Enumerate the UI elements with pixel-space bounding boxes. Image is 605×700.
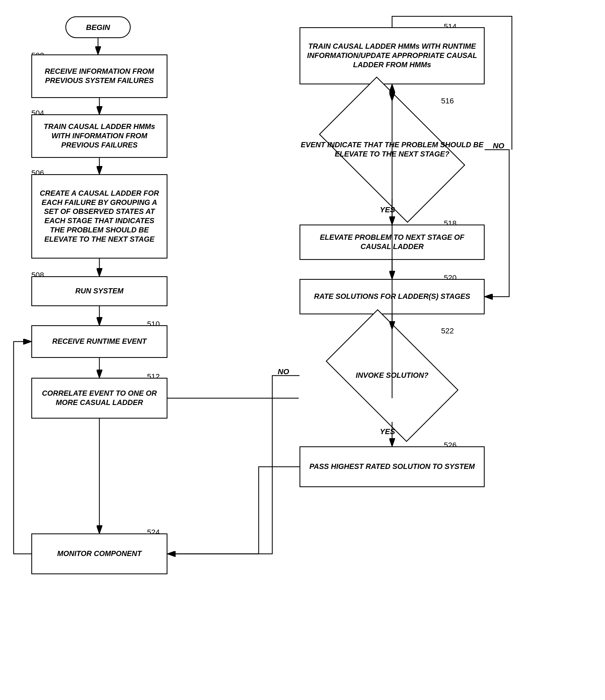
node-508: RUN SYSTEM (31, 276, 167, 306)
node-502: RECEIVE INFORMATION FROM PREVIOUS SYSTEM… (31, 54, 167, 98)
node-522-label: INVOKE SOLUTION? (356, 371, 428, 380)
node-518-label: ELEVATE PROBLEM TO NEXT STAGE OF CAUSAL … (305, 233, 480, 251)
node-520: RATE SOLUTIONS FOR LADDER(S) STAGES (299, 279, 485, 314)
node-504-label: TRAIN CAUSAL LADDER HMMs WITH INFORMATIO… (37, 122, 162, 150)
node-512: CORRELATE EVENT TO ONE OR MORE CASUAL LA… (31, 378, 167, 419)
node-526-label: PASS HIGHEST RATED SOLUTION TO SYSTEM (309, 462, 475, 471)
begin-node: BEGIN (65, 16, 131, 38)
node-502-label: RECEIVE INFORMATION FROM PREVIOUS SYSTEM… (37, 67, 162, 85)
node-520-label: RATE SOLUTIONS FOR LADDER(S) STAGES (314, 292, 470, 301)
node-510-label: RECEIVE RUNTIME EVENT (52, 337, 147, 346)
flowchart-diagram: BEGIN 502 RECEIVE INFORMATION FROM PREVI… (0, 0, 605, 700)
node-526: PASS HIGHEST RATED SOLUTION TO SYSTEM (299, 446, 485, 487)
yes-label-516: YES (380, 205, 395, 214)
node-524: MONITOR COMPONENT (31, 533, 167, 574)
node-512-label: CORRELATE EVENT TO ONE OR MORE CASUAL LA… (37, 389, 162, 407)
node-514-label: TRAIN CAUSAL LADDER HMMs WITH RUNTIME IN… (305, 42, 480, 69)
node-508-label: RUN SYSTEM (75, 286, 123, 296)
node-516-diamond: EVENT INDICATE THAT THE PROBLEM SHOULD B… (299, 101, 485, 199)
no-label-516: NO (493, 142, 504, 150)
no-label-522: NO (278, 368, 289, 376)
yes-label-522: YES (380, 427, 395, 436)
node-522-diamond: INVOKE SOLUTION? (299, 329, 485, 422)
node-524-label: MONITOR COMPONENT (57, 549, 142, 558)
node-504: TRAIN CAUSAL LADDER HMMs WITH INFORMATIO… (31, 114, 167, 158)
node-518: ELEVATE PROBLEM TO NEXT STAGE OF CAUSAL … (299, 225, 485, 260)
node-516-label: EVENT INDICATE THAT THE PROBLEM SHOULD B… (299, 141, 485, 159)
node-506: CREATE A CAUSAL LADDER FOR EACH FAILURE … (31, 174, 167, 258)
node-506-label: CREATE A CAUSAL LADDER FOR EACH FAILURE … (37, 189, 162, 244)
begin-label: BEGIN (86, 23, 110, 32)
node-510: RECEIVE RUNTIME EVENT (31, 325, 167, 358)
node-514: TRAIN CAUSAL LADDER HMMs WITH RUNTIME IN… (299, 27, 485, 84)
